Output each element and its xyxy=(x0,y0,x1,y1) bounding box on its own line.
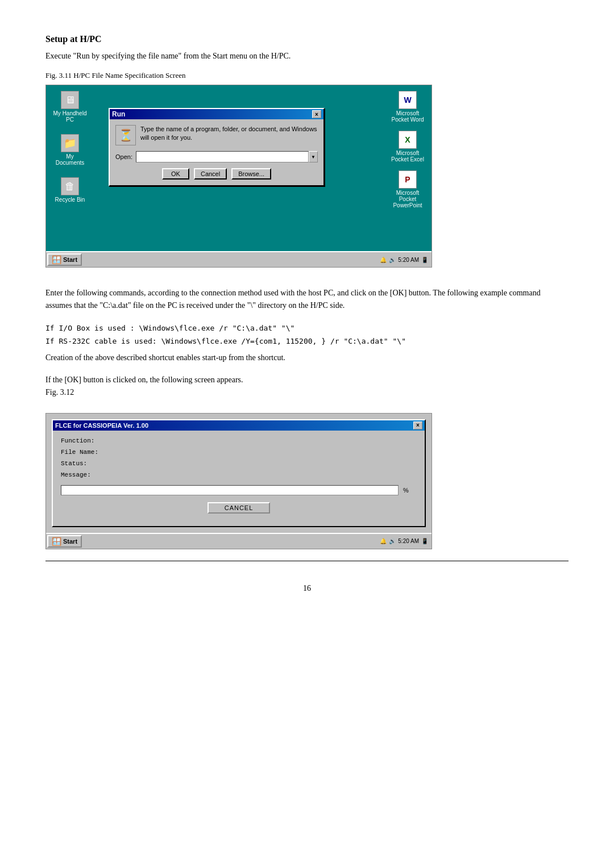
run-dialog-buttons: OK Cancel Browse... xyxy=(115,168,318,180)
tray-icon-2: 🔊 xyxy=(389,257,396,263)
documents-icon: 📁 xyxy=(61,134,79,152)
hourglass-icon: ⏳ xyxy=(115,125,136,145)
desktop-icon-handheld: 🖥 My Handheld PC xyxy=(52,91,88,123)
flce-message-label: Message: xyxy=(61,471,91,478)
tray-icon-6: 📱 xyxy=(421,538,428,544)
taskbar-1: 🪟 Start 🔔 🔊 5:20 AM 📱 xyxy=(46,251,432,267)
excel-icon: X xyxy=(399,131,417,149)
flce-function-label: Function: xyxy=(61,437,94,444)
open-label: Open: xyxy=(115,153,132,160)
progress-area: % xyxy=(61,485,417,495)
desktop-icon-excel: X Microsoft Pocket Excel xyxy=(389,131,426,162)
tray-icon-4: 🔔 xyxy=(380,538,387,544)
clock-1: 5:20 AM xyxy=(398,257,419,263)
desktop-icon-documents: 📁 My Documents xyxy=(52,134,88,166)
taskbar-2: 🪟 Start 🔔 🔊 5:20 AM 📱 xyxy=(46,533,432,549)
command-shortcut: Creation of the above described shortcut… xyxy=(45,350,569,365)
cancel-button[interactable]: Cancel xyxy=(194,168,227,180)
handheld-label: My Handheld PC xyxy=(52,110,88,123)
section-title: Setup at H/PC xyxy=(45,34,569,44)
start-label-2: Start xyxy=(63,538,77,545)
powerpoint-label: Microsoft Pocket PowerPoint xyxy=(389,190,426,208)
recycle-label: Recycle Bin xyxy=(55,197,85,203)
excel-label: Microsoft Pocket Excel xyxy=(389,150,426,162)
desktop-icons-right: W Microsoft Pocket Word X Microsoft Pock… xyxy=(389,91,426,208)
clock-2: 5:20 AM xyxy=(398,538,419,544)
desktop-icon-recycle: 🗑 Recycle Bin xyxy=(52,177,88,203)
flce-status-row: Status: xyxy=(61,460,417,467)
taskbar-tray-1: 🔔 🔊 5:20 AM 📱 xyxy=(380,257,430,263)
command-rs232: If RS-232C cable is used: \Windows\flce.… xyxy=(45,335,569,348)
intro-text: Execute "Run by specifying the file name… xyxy=(45,50,569,62)
start-icon-2: 🪟 xyxy=(52,537,61,546)
run-dialog-body: ⏳ Type the name of a program, folder, or… xyxy=(110,119,323,185)
start-button-1[interactable]: 🪟 Start xyxy=(47,253,82,266)
flce-close-button[interactable]: × xyxy=(413,422,422,429)
start-label-1: Start xyxy=(63,256,77,263)
progress-bar-outer xyxy=(61,485,399,495)
figure-312-screenshot: FLCE for CASSIOPEIA Ver. 1.00 × Function… xyxy=(45,413,432,549)
run-dialog: Run × ⏳ Type the name of a program, fold… xyxy=(109,108,325,186)
open-dropdown[interactable]: ▼ xyxy=(309,151,318,162)
progress-pct: % xyxy=(403,487,417,494)
flce-desktop: FLCE for CASSIOPEIA Ver. 1.00 × Function… xyxy=(46,419,432,549)
word-icon: W xyxy=(399,91,417,109)
tray-icon-1: 🔔 xyxy=(380,257,387,263)
command-block: If I/O Box is used : \Windows\flce.exe /… xyxy=(45,322,569,365)
desktop-icon-word: W Microsoft Pocket Word xyxy=(389,91,426,123)
figure-312-label: Fig. 3.12 xyxy=(45,386,569,399)
word-label: Microsoft Pocket Word xyxy=(389,110,426,123)
flce-filename-row: File Name: xyxy=(61,449,417,456)
start-icon-1: 🪟 xyxy=(52,255,61,264)
desktop-icon-powerpoint: P Microsoft Pocket PowerPoint xyxy=(389,170,426,208)
flce-message-row: Message: xyxy=(61,471,417,478)
start-button-2[interactable]: 🪟 Start xyxy=(47,535,82,548)
section-divider xyxy=(45,561,569,561)
ok-button[interactable]: OK xyxy=(162,168,189,180)
tray-icon-5: 🔊 xyxy=(389,538,396,544)
page-number: 16 xyxy=(45,584,569,593)
open-input[interactable] xyxy=(136,151,309,162)
flce-titlebar: FLCE for CASSIOPEIA Ver. 1.00 × xyxy=(53,420,425,431)
flce-cancel-button[interactable]: CANCEL xyxy=(208,502,271,514)
tray-icon-3: 📱 xyxy=(421,257,428,263)
figure-311-label: Fig. 3.11 H/PC File Name Specification S… xyxy=(45,71,569,80)
ok-text-block: If the [OK] button is clicked on, the fo… xyxy=(45,374,569,399)
flce-body: Function: File Name: Status: Message: xyxy=(53,431,425,526)
body-text-1: Enter the following commands, according … xyxy=(45,287,569,312)
run-dialog-titlebar: Run × xyxy=(110,109,323,119)
figure-311-screenshot: 🖥 My Handheld PC 📁 My Documents 🗑 Recycl… xyxy=(45,85,432,268)
desktop-icons-left: 🖥 My Handheld PC 📁 My Documents 🗑 Recycl… xyxy=(52,91,88,203)
documents-label: My Documents xyxy=(52,153,88,166)
flce-title: FLCE for CASSIOPEIA Ver. 1.00 xyxy=(55,422,148,429)
flce-function-row: Function: xyxy=(61,437,417,444)
recycle-icon: 🗑 xyxy=(61,177,79,195)
run-dialog-close[interactable]: × xyxy=(312,110,321,118)
powerpoint-icon: P xyxy=(399,170,417,189)
run-dialog-title: Run xyxy=(112,110,125,118)
flce-cancel-row: CANCEL xyxy=(61,502,417,519)
browse-button[interactable]: Browse... xyxy=(231,168,271,180)
handheld-icon: 🖥 xyxy=(61,91,79,109)
flce-dialog: FLCE for CASSIOPEIA Ver. 1.00 × Function… xyxy=(52,419,426,527)
taskbar-tray-2: 🔔 🔊 5:20 AM 📱 xyxy=(380,538,430,544)
run-dialog-desc-row: ⏳ Type the name of a program, folder, or… xyxy=(115,125,318,145)
flce-status-label: Status: xyxy=(61,460,87,467)
ok-text: If the [OK] button is clicked on, the fo… xyxy=(45,374,569,386)
flce-filename-label: File Name: xyxy=(61,449,98,456)
run-dialog-desc-text: Type the name of a program, folder, or d… xyxy=(140,125,318,143)
command-io: If I/O Box is used : \Windows\flce.exe /… xyxy=(45,322,569,335)
run-dialog-open-row: Open: ▼ xyxy=(115,151,318,162)
